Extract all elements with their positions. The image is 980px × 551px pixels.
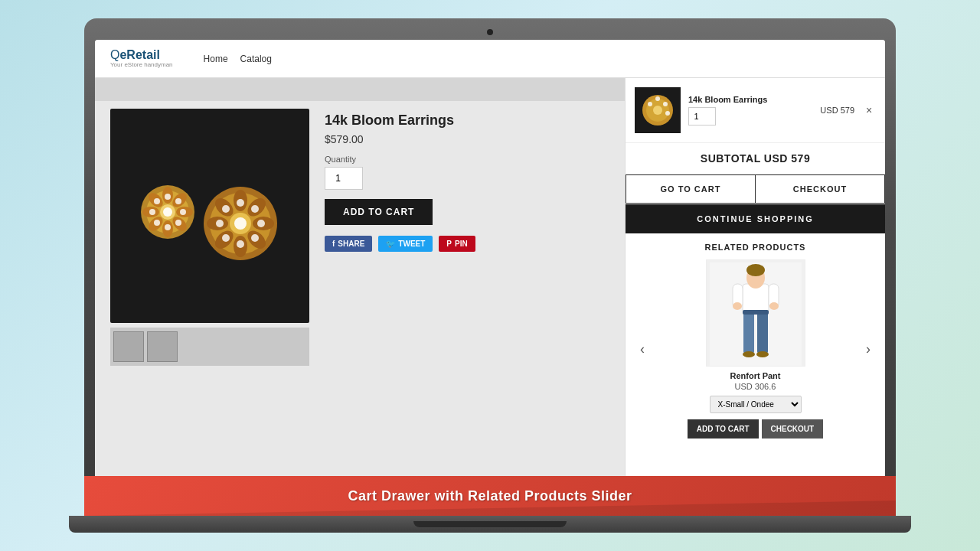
facebook-icon: f <box>332 240 335 248</box>
related-product-price: USD 306.6 <box>650 382 861 391</box>
thumbnail-2[interactable] <box>147 331 178 362</box>
cart-item-info: 14k Bloom Earrings <box>688 95 812 126</box>
logo-retail-text: eRetail <box>119 48 159 61</box>
main-area: 14k Bloom Earrings $579.00 Quantity ADD … <box>95 78 885 476</box>
nav-home[interactable]: Home <box>204 54 228 64</box>
svg-point-39 <box>234 217 247 230</box>
laptop-notch <box>413 521 567 527</box>
related-variant-select[interactable]: X-Small / Ondee <box>710 396 802 413</box>
laptop-base <box>69 516 911 533</box>
product-title: 14k Bloom Earrings <box>325 112 609 129</box>
quantity-label: Quantity <box>325 155 609 164</box>
related-product-name: Renfort Pant <box>650 371 861 380</box>
related-title: RELATED PRODUCTS <box>635 243 876 252</box>
cart-item-remove-button[interactable]: × <box>862 103 876 117</box>
share-pinterest-button[interactable]: P PIN <box>439 236 475 252</box>
svg-point-31 <box>237 199 244 207</box>
svg-point-45 <box>665 111 670 116</box>
svg-point-42 <box>653 106 662 115</box>
slider-next-button[interactable]: › <box>861 341 876 357</box>
breadcrumb-bar <box>95 78 625 101</box>
screen-content: QeRetail Your eStore handyman Home Catal… <box>95 40 885 476</box>
svg-point-58 <box>733 302 742 310</box>
product-page: 14k Bloom Earrings $579.00 Quantity ADD … <box>95 78 625 476</box>
svg-point-17 <box>149 209 155 215</box>
cart-actions: GO TO CART CHECKOUT <box>626 174 885 204</box>
thumbnail-bar <box>110 328 309 366</box>
related-product-image <box>706 259 805 367</box>
slider-prev-button[interactable]: ‹ <box>635 341 650 357</box>
laptop-screen: QeRetail Your eStore handyman Home Catal… <box>95 40 885 476</box>
share-tw-label: TWEET <box>398 240 425 248</box>
laptop-camera <box>487 29 493 35</box>
cart-item-earring-svg <box>639 91 677 129</box>
product-main-image <box>110 109 309 323</box>
related-checkout-button[interactable]: CHECKOUT <box>762 419 824 439</box>
svg-point-19 <box>163 207 172 217</box>
share-facebook-button[interactable]: f SHARE <box>325 236 372 252</box>
logo-area: QeRetail Your eStore handyman <box>110 48 173 68</box>
subtotal-row: SUBTOTAL USD 579 <box>626 143 885 174</box>
svg-rect-52 <box>757 311 768 354</box>
product-image-section <box>110 109 309 468</box>
product-info: 14k Bloom Earrings $579.00 Quantity ADD … <box>325 109 609 468</box>
svg-point-38 <box>222 205 230 213</box>
svg-point-32 <box>251 205 259 213</box>
cart-item-row: 14k Bloom Earrings USD 579 × <box>626 78 885 143</box>
logo: QeRetail <box>110 48 173 62</box>
svg-point-14 <box>175 220 181 226</box>
share-twitter-button[interactable]: 🐦 TWEET <box>378 236 433 252</box>
go-to-cart-button[interactable]: GO TO CART <box>626 174 755 204</box>
svg-point-50 <box>746 264 765 276</box>
related-slider: ‹ <box>635 259 876 439</box>
product-price: $579.00 <box>325 133 609 145</box>
bottom-banner: Cart Drawer with Related Products Slider <box>84 476 896 516</box>
svg-point-44 <box>663 102 668 106</box>
related-person-svg <box>710 262 802 366</box>
svg-point-13 <box>180 209 186 215</box>
product-body: 14k Bloom Earrings $579.00 Quantity ADD … <box>95 101 625 476</box>
svg-point-55 <box>756 351 769 357</box>
nav-links: Home Catalog <box>204 54 272 64</box>
svg-point-33 <box>257 220 265 227</box>
banner-text: Cart Drawer with Related Products Slider <box>348 488 632 504</box>
cart-item-name: 14k Bloom Earrings <box>688 95 812 104</box>
logo-q-letter: Q <box>110 48 119 61</box>
svg-point-16 <box>154 220 160 226</box>
logo-subtitle: Your eStore handyman <box>110 62 173 69</box>
nav-catalog[interactable]: Catalog <box>240 54 272 64</box>
svg-point-15 <box>165 224 171 230</box>
svg-point-12 <box>175 198 181 204</box>
cart-item-qty-input[interactable] <box>688 107 716 126</box>
cart-item-price: USD 579 <box>820 106 854 115</box>
svg-rect-53 <box>743 310 769 315</box>
svg-point-59 <box>769 302 779 310</box>
related-product-card: Renfort Pant USD 306.6 X-Small / Ondee A… <box>650 259 861 439</box>
svg-point-37 <box>216 220 224 227</box>
svg-rect-51 <box>743 311 754 354</box>
quantity-input[interactable] <box>325 167 363 190</box>
thumbnail-1[interactable] <box>113 331 144 362</box>
pinterest-icon: P <box>446 240 452 248</box>
related-products-section: RELATED PRODUCTS ‹ <box>626 233 885 448</box>
share-fb-label: SHARE <box>338 240 364 248</box>
checkout-button[interactable]: CHECKOUT <box>755 174 885 204</box>
twitter-icon: 🐦 <box>386 240 395 248</box>
svg-point-36 <box>222 234 230 242</box>
cart-item-image <box>635 87 681 133</box>
share-pi-label: PIN <box>455 240 468 248</box>
svg-point-54 <box>743 351 755 357</box>
svg-point-11 <box>165 194 171 200</box>
laptop-outer: QeRetail Your eStore handyman Home Catal… <box>84 18 896 516</box>
svg-point-34 <box>251 234 259 242</box>
related-add-to-cart-button[interactable]: ADD TO CART <box>688 419 759 439</box>
add-to-cart-button[interactable]: ADD TO CART <box>325 199 433 225</box>
earring-svg <box>126 139 294 292</box>
svg-point-35 <box>237 240 244 248</box>
svg-point-46 <box>648 102 652 106</box>
svg-point-18 <box>154 198 160 204</box>
cart-drawer: 14k Bloom Earrings USD 579 × SUBTOTAL US… <box>625 78 885 476</box>
continue-shopping-button[interactable]: CONTINUE SHOPPING <box>626 204 885 233</box>
related-product-buttons: ADD TO CART CHECKOUT <box>650 419 861 439</box>
svg-point-43 <box>655 96 660 101</box>
